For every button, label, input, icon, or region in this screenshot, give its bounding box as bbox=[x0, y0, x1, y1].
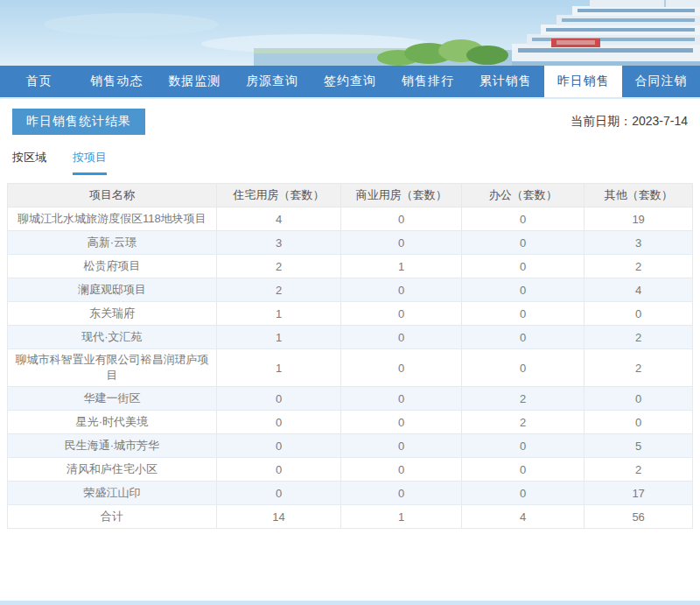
value-cell: 0 bbox=[341, 302, 462, 326]
value-cell: 0 bbox=[341, 458, 462, 482]
value-cell: 4 bbox=[462, 505, 584, 529]
value-cell: 0 bbox=[462, 231, 584, 255]
hero-banner bbox=[0, 0, 700, 66]
value-cell: 0 bbox=[341, 387, 462, 411]
value-cell: 2 bbox=[584, 458, 693, 482]
value-cell: 0 bbox=[216, 482, 341, 505]
value-cell: 0 bbox=[341, 349, 462, 387]
value-cell: 3 bbox=[216, 231, 341, 255]
value-cell: 0 bbox=[584, 302, 693, 326]
value-cell: 0 bbox=[584, 411, 693, 434]
table-row: 聊城市科智置业有限公司裕昌润珺庐项目1002 bbox=[8, 349, 693, 387]
column-header: 商业用房（套数） bbox=[341, 184, 462, 208]
table-row: 清风和庐住宅小区0002 bbox=[8, 458, 693, 482]
value-cell: 0 bbox=[462, 302, 584, 326]
value-cell: 2 bbox=[462, 411, 584, 434]
value-cell: 56 bbox=[584, 505, 693, 529]
page-header: 昨日销售统计结果 当前日期：2023-7-14 bbox=[0, 99, 700, 135]
value-cell: 0 bbox=[216, 458, 341, 482]
value-cell: 0 bbox=[462, 349, 584, 387]
project-name-cell: 东关瑞府 bbox=[8, 302, 217, 326]
table-row: 华建一街区0020 bbox=[8, 387, 693, 411]
value-cell: 0 bbox=[462, 458, 584, 482]
value-cell: 2 bbox=[584, 326, 693, 349]
project-name-cell: 现代·文汇苑 bbox=[8, 326, 217, 349]
value-cell: 0 bbox=[341, 326, 462, 349]
value-cell: 1 bbox=[341, 505, 462, 529]
table-row: 荣盛江山印00017 bbox=[8, 482, 693, 505]
table-row: 东关瑞府1000 bbox=[8, 302, 693, 326]
value-cell: 0 bbox=[216, 411, 341, 434]
nav-tab[interactable]: 销售排行 bbox=[388, 66, 466, 97]
value-cell: 14 bbox=[216, 505, 341, 529]
value-cell: 1 bbox=[216, 326, 341, 349]
project-name-cell: 星光·时代美境 bbox=[8, 411, 217, 434]
project-name-cell: 民生海通·城市芳华 bbox=[8, 434, 217, 458]
table-row: 星光·时代美境0020 bbox=[8, 411, 693, 434]
value-cell: 1 bbox=[216, 302, 341, 326]
value-cell: 0 bbox=[462, 326, 584, 349]
page-title: 昨日销售统计结果 bbox=[12, 109, 145, 135]
value-cell: 2 bbox=[462, 387, 584, 411]
project-name-cell: 高新·云璟 bbox=[8, 231, 217, 255]
cityscape-illustration bbox=[0, 0, 700, 66]
value-cell: 0 bbox=[216, 387, 341, 411]
value-cell: 0 bbox=[462, 208, 584, 231]
value-cell: 0 bbox=[462, 278, 584, 302]
value-cell: 0 bbox=[341, 482, 462, 505]
footer-strip bbox=[0, 601, 700, 605]
value-cell: 0 bbox=[216, 434, 341, 458]
view-tab[interactable]: 按项目 bbox=[73, 150, 107, 175]
column-header: 其他（套数） bbox=[584, 184, 693, 208]
table-row: 澜庭观邸项目2004 bbox=[8, 278, 693, 302]
nav-tab[interactable]: 数据监测 bbox=[156, 66, 234, 97]
value-cell: 5 bbox=[584, 434, 693, 458]
nav-tab[interactable]: 合同注销 bbox=[622, 66, 700, 97]
value-cell: 0 bbox=[341, 208, 462, 231]
project-name-cell: 聊城市科智置业有限公司裕昌润珺庐项目 bbox=[8, 349, 217, 387]
table-row: 聊城江北水城旅游度假区118地块项目40019 bbox=[8, 208, 693, 231]
value-cell: 2 bbox=[584, 349, 693, 387]
value-cell: 0 bbox=[462, 434, 584, 458]
nav-tab[interactable]: 昨日销售 bbox=[544, 66, 622, 97]
value-cell: 0 bbox=[341, 411, 462, 434]
project-name-cell: 华建一街区 bbox=[8, 387, 217, 411]
table-row: 民生海通·城市芳华0005 bbox=[8, 434, 693, 458]
nav-tab[interactable]: 签约查询 bbox=[312, 66, 389, 97]
view-tabs: 按区域按项目 bbox=[0, 135, 700, 175]
project-name-cell: 合计 bbox=[8, 505, 217, 529]
value-cell: 0 bbox=[584, 387, 693, 411]
table-row: 松贵府项目2102 bbox=[8, 255, 693, 278]
value-cell: 4 bbox=[216, 208, 341, 231]
nav-tab[interactable]: 房源查询 bbox=[234, 66, 312, 97]
current-date: 当前日期：2023-7-14 bbox=[570, 114, 688, 130]
table-header-row: 项目名称住宅用房（套数）商业用房（套数）办公（套数）其他（套数） bbox=[8, 184, 693, 208]
column-header: 办公（套数） bbox=[462, 184, 584, 208]
value-cell: 1 bbox=[341, 255, 462, 278]
project-name-cell: 澜庭观邸项目 bbox=[8, 278, 217, 302]
project-name-cell: 聊城江北水城旅游度假区118地块项目 bbox=[8, 208, 217, 231]
value-cell: 0 bbox=[462, 482, 584, 505]
value-cell: 2 bbox=[216, 255, 341, 278]
table-row: 现代·文汇苑1002 bbox=[8, 326, 693, 349]
nav-tab[interactable]: 销售动态 bbox=[78, 66, 156, 97]
value-cell: 19 bbox=[584, 208, 693, 231]
value-cell: 0 bbox=[341, 434, 462, 458]
nav-tab[interactable]: 累计销售 bbox=[466, 66, 544, 97]
total-row: 合计141456 bbox=[8, 505, 693, 529]
value-cell: 0 bbox=[341, 278, 462, 302]
table-row: 高新·云璟3003 bbox=[8, 231, 693, 255]
value-cell: 4 bbox=[584, 278, 693, 302]
sales-statistics-table: 项目名称住宅用房（套数）商业用房（套数）办公（套数）其他（套数） 聊城江北水城旅… bbox=[7, 183, 693, 529]
value-cell: 1 bbox=[216, 349, 341, 387]
value-cell: 2 bbox=[216, 278, 341, 302]
view-tab[interactable]: 按区域 bbox=[12, 150, 46, 175]
value-cell: 0 bbox=[462, 255, 584, 278]
value-cell: 3 bbox=[584, 231, 693, 255]
nav-tab[interactable]: 首页 bbox=[0, 66, 78, 97]
main-nav: 首页销售动态数据监测房源查询签约查询销售排行累计销售昨日销售合同注销 bbox=[0, 66, 700, 97]
project-name-cell: 松贵府项目 bbox=[8, 255, 217, 278]
column-header: 项目名称 bbox=[8, 184, 217, 208]
project-name-cell: 荣盛江山印 bbox=[8, 482, 217, 505]
project-name-cell: 清风和庐住宅小区 bbox=[8, 458, 217, 482]
